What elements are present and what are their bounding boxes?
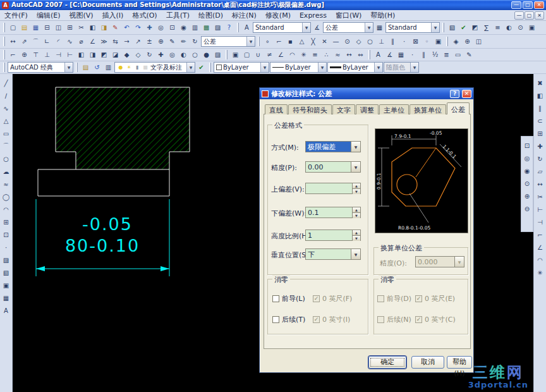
- tab-fit[interactable]: 调整: [356, 104, 379, 114]
- temporary-track-point-icon[interactable]: ∘: [262, 36, 273, 47]
- zoom-in-icon[interactable]: ⊕: [522, 191, 532, 201]
- chevron-down-icon[interactable]: ▼: [302, 23, 310, 32]
- explode-icon[interactable]: ✳: [298, 49, 309, 60]
- menu-insert[interactable]: 插入(I): [98, 10, 128, 21]
- menu-edit[interactable]: 编辑(E): [32, 10, 65, 21]
- toolbar-grip[interactable]: [258, 37, 260, 47]
- multiline-text-icon[interactable]: A: [1, 305, 11, 315]
- 3d-views-icon[interactable]: ⊕: [462, 36, 473, 47]
- toolbar-grip[interactable]: [226, 50, 228, 59]
- render-icon[interactable]: ▨: [212, 49, 223, 60]
- chevron-down-icon[interactable]: ▼: [351, 142, 360, 152]
- view-right-icon[interactable]: ⊢: [64, 49, 75, 60]
- menu-file[interactable]: 文件(F): [0, 10, 32, 21]
- text-style-icon[interactable]: A: [373, 49, 384, 60]
- revision-cloud-icon[interactable]: ☁: [1, 166, 11, 176]
- zoom-scale-icon[interactable]: ◉: [522, 166, 532, 176]
- arc-icon[interactable]: ⌒: [1, 141, 11, 151]
- divide-icon[interactable]: ∴: [321, 49, 332, 60]
- view-bottom-icon[interactable]: ⊥: [42, 49, 52, 60]
- undo-icon[interactable]: ↶: [121, 22, 132, 33]
- construction-line-icon[interactable]: ∕: [1, 90, 11, 101]
- block-editor-icon[interactable]: ◩: [470, 22, 480, 33]
- scale-icon[interactable]: ▱: [535, 166, 545, 176]
- snap-intersection-icon[interactable]: ╳: [308, 36, 318, 47]
- menu-modify[interactable]: 修改(M): [261, 10, 295, 21]
- layer-color-icon[interactable]: ■: [142, 63, 149, 71]
- chevron-down-icon[interactable]: ▼: [351, 162, 360, 172]
- quick-dimension-icon[interactable]: ≫: [99, 36, 109, 47]
- region-tool-icon[interactable]: ▣: [1, 280, 11, 290]
- save-icon[interactable]: ▦: [30, 22, 41, 33]
- snap-endpoint-icon[interactable]: ▪: [285, 36, 296, 47]
- chevron-down-icon[interactable]: ▼: [374, 63, 382, 72]
- spin-down-icon[interactable]: ▼: [353, 213, 360, 218]
- spin-down-icon[interactable]: ▼: [353, 189, 360, 194]
- shade-mode-icon[interactable]: ◐: [178, 49, 189, 60]
- arc-length-dimension-icon[interactable]: ⌒: [30, 36, 41, 47]
- chevron-down-icon[interactable]: ▼: [64, 63, 73, 72]
- snap-center-icon[interactable]: ⊙: [342, 36, 353, 47]
- view-top-icon[interactable]: ⊤: [30, 49, 41, 60]
- chamfer-tool-icon[interactable]: ∠: [535, 242, 545, 252]
- mirror-icon[interactable]: ∥: [535, 103, 545, 113]
- layer-combo[interactable]: ●☀▮■ 文字及标注 ▼: [114, 62, 195, 73]
- view-left-icon[interactable]: ⊣: [53, 49, 64, 60]
- snap-tangent-icon[interactable]: ○: [365, 36, 375, 47]
- chevron-down-icon[interactable]: ▼: [186, 63, 195, 72]
- view-nw-iso-icon[interactable]: ◇: [133, 49, 143, 60]
- help-icon[interactable]: ?: [224, 22, 234, 33]
- rename-icon[interactable]: ✎: [464, 49, 475, 60]
- insert-block-icon[interactable]: ⊞: [1, 217, 11, 227]
- move-icon[interactable]: ✚: [535, 141, 545, 151]
- minimize-button[interactable]: —: [511, 1, 521, 9]
- properties-icon[interactable]: ▥: [190, 22, 200, 33]
- orbit-icon[interactable]: ◈: [451, 36, 461, 47]
- view-ne-iso-icon[interactable]: ◆: [121, 49, 132, 60]
- dimension-style-icon[interactable]: ∡: [384, 49, 395, 60]
- tab-text[interactable]: 文字: [332, 104, 355, 114]
- table-style-icon[interactable]: ▦: [396, 49, 406, 60]
- mdi-close-button[interactable]: ✕: [535, 11, 544, 20]
- snap-extension-icon[interactable]: —: [331, 36, 341, 47]
- match-properties-icon[interactable]: ✎: [110, 22, 121, 33]
- spin-up-icon[interactable]: ▲: [353, 230, 360, 236]
- join-icon[interactable]: ∪: [253, 49, 264, 60]
- tab-alternate-units[interactable]: 换算单位: [410, 104, 446, 114]
- layers2-icon[interactable]: ≡: [492, 22, 503, 33]
- pan-icon[interactable]: ✚: [144, 22, 155, 33]
- toolbar-grip[interactable]: [446, 37, 448, 47]
- height-scale-spinner[interactable]: 1 ▲▼: [305, 230, 361, 241]
- method-combo[interactable]: 极限偏差 ▼: [305, 141, 361, 152]
- cut-icon[interactable]: ✂: [76, 22, 87, 33]
- view-sw-iso-icon[interactable]: ◩: [99, 49, 109, 60]
- snap-midpoint-icon[interactable]: △: [296, 36, 307, 47]
- hatch-region[interactable]: [56, 87, 190, 169]
- cancel-button[interactable]: 取消: [411, 356, 444, 369]
- toolbar-grip[interactable]: [209, 63, 211, 71]
- dim-style-manager-icon[interactable]: ∡: [312, 22, 322, 33]
- lineweight-combo[interactable]: ByLayer ▼: [327, 62, 383, 73]
- dim-style-combo[interactable]: 公差 ▼: [323, 22, 373, 33]
- new-icon[interactable]: ▢: [8, 22, 18, 33]
- ellipse-arc-icon[interactable]: ◠: [1, 204, 11, 214]
- toolbar-grip[interactable]: [237, 23, 239, 33]
- break-at-point-icon[interactable]: ⊣: [535, 217, 545, 227]
- zoom-out-icon[interactable]: ⊖: [522, 204, 532, 214]
- zoom-previous-icon[interactable]: ◉: [178, 22, 189, 33]
- menu-help[interactable]: 帮助(H): [366, 10, 399, 21]
- stretch-tool-icon[interactable]: ↔: [535, 179, 545, 189]
- 3d-orbit-icon[interactable]: ↻: [144, 49, 155, 60]
- clean-screen-icon[interactable]: ▣: [526, 22, 537, 33]
- publish-icon[interactable]: ⊞: [64, 22, 75, 33]
- multiline-style-icon[interactable]: ∥: [418, 49, 429, 60]
- dialog-close-button[interactable]: ✕: [462, 90, 471, 98]
- plot-preview-icon[interactable]: ◫: [53, 22, 64, 33]
- rectangle-icon[interactable]: ▭: [1, 128, 11, 138]
- menu-express[interactable]: Express: [295, 11, 331, 20]
- snap-nearest-icon[interactable]: ◦: [422, 36, 432, 47]
- limits-icon[interactable]: ▭: [452, 49, 463, 60]
- zoom-center-icon[interactable]: ⊙: [522, 178, 532, 188]
- hatch-icon[interactable]: ▨: [1, 255, 11, 265]
- snap-node-icon[interactable]: ·: [399, 36, 410, 47]
